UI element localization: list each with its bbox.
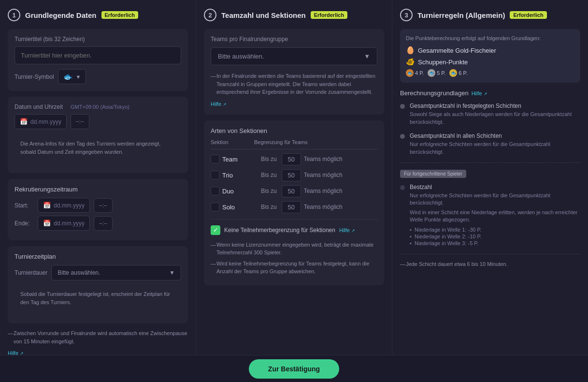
bottom-bar: Zur Bestätigung <box>0 355 588 382</box>
section-name-trio: Trio <box>222 172 256 179</box>
bestzahl-desc-1: Nur erfolgreiche Schichten werden für di… <box>410 192 580 207</box>
finalrunde-info: In der Finalrunde werden die Teams basie… <box>211 72 377 96</box>
ext-link-icon-2: ↗ <box>223 102 227 107</box>
bis-zu-duo: Bis zu <box>261 188 277 194</box>
checkbox-team[interactable] <box>211 155 219 163</box>
bis-zu-trio: Bis zu <box>261 172 277 178</box>
rule-2-desc: Nur erfolgreiche Schichten werden für di… <box>410 141 580 156</box>
col1-title: Grundlegende Daten <box>25 11 97 19</box>
team-num-input[interactable] <box>282 153 301 165</box>
turniertitel-input[interactable] <box>14 46 181 64</box>
rule-2-content: Gesamtpunktzahl in allen Schichten Nur e… <box>410 132 580 156</box>
hint2: Wird keine Teilnehmerbegrenzung für Team… <box>211 260 377 276</box>
dauer-select[interactable]: Bitte auswählen. ▼ <box>51 265 181 280</box>
step-circle-1: 1 <box>8 9 20 21</box>
col3-badge: Erforderlich <box>510 11 546 19</box>
no-limit-label: Keine Teilnehmerbegrenzung für Sektionen <box>224 227 335 234</box>
pause-info-area: Zwischen Vorrunde und Finalrunde wird au… <box>8 329 188 357</box>
section-name-solo: Solo <box>222 204 256 211</box>
trio-num-input[interactable] <box>282 169 301 181</box>
bronze-pts: 4 P. <box>415 70 424 76</box>
schuppen-label: Schuppen-Punkte <box>418 59 468 66</box>
symbol-icon: 🐟 <box>63 72 73 81</box>
arena-info: Die Arena-Infos für den Tag des Turniers… <box>14 134 181 162</box>
datetime-section: Datum und Uhrzeit GMT+09:00 (Asia/Tokyo)… <box>8 97 188 173</box>
teams-dropdown[interactable]: Bitte auswählen. ▼ <box>211 47 377 65</box>
solo-label: Teams möglich <box>304 204 343 210</box>
silver-dot: 🐟 <box>428 69 435 77</box>
no-limit-checkbox[interactable]: ✓ <box>211 225 220 235</box>
col-sektion: Sektion <box>211 139 254 145</box>
rule-1-title: Gesamtpunktzahl in festgelegten Schichte… <box>410 103 580 109</box>
bullet-welle-1: Niederlage in Welle 1: -30 P. <box>410 227 580 233</box>
bestzahl-rule: Bestzahl Nur erfolgreiche Schichten werd… <box>400 184 580 247</box>
end-label: Ende: <box>14 220 34 227</box>
teams-label: Teams pro Finalrundengruppe <box>211 36 377 43</box>
end-row: Ende: 📅 dd.mm.yyyy –:– <box>14 216 181 231</box>
bullet-welle-3: Niederlage in Welle 3: -5 P. <box>410 240 580 246</box>
berechn-header-row: Berechnungsgrundlagen Hilfe ↗ <box>400 89 580 97</box>
symbol-selector[interactable]: 🐟 ▼ <box>58 69 86 84</box>
checkbox-duo[interactable] <box>211 187 219 195</box>
date-placeholder: dd.mm.yyyy <box>30 118 61 125</box>
start-calendar-icon: 📅 <box>43 202 51 209</box>
bestzahl-desc-2: Wird in einer Schicht eine Niederlage er… <box>410 209 580 224</box>
section-name-duo: Duo <box>222 188 256 195</box>
hilfe-link-3[interactable]: Hilfe ↗ <box>339 227 355 233</box>
divider-3 <box>400 254 580 254</box>
step-circle-3: 3 <box>400 9 413 21</box>
confirm-button[interactable]: Zur Bestätigung <box>249 359 339 379</box>
dauer-placeholder: Bitte auswählen. <box>57 269 100 276</box>
sektionen-title: Arten von Sektionen <box>211 127 377 134</box>
pause-info: Zwischen Vorrunde und Finalrunde wird au… <box>8 329 188 345</box>
calendar-icon: 📅 <box>20 118 28 125</box>
start-date-input[interactable]: 📅 dd.mm.yyyy <box>38 198 90 213</box>
checkbox-trio[interactable] <box>211 171 219 179</box>
rule-2-title: Gesamtpunktzahl in allen Schichten <box>410 132 580 139</box>
section-name-team: Team <box>222 156 256 163</box>
table-header: Sektion Begrenzung für Teams <box>211 139 377 149</box>
fish-badge-silver: 🐟 5 P. <box>428 69 445 77</box>
trio-label: Teams möglich <box>304 172 343 178</box>
end-date-placeholder: dd.mm.yyyy <box>54 220 85 227</box>
bestzahl-title: Bestzahl <box>410 184 580 191</box>
gold-label: Gesammelte Gold-Fischeier <box>418 47 496 54</box>
dauer-arrow-icon: ▼ <box>169 269 175 276</box>
plan-title: Turnierzeitplan <box>14 253 181 260</box>
fish-badge-bronze: 🐟 4 P. <box>406 69 424 77</box>
duo-num-input[interactable] <box>282 185 301 197</box>
bronze-dot: 🐟 <box>406 69 414 77</box>
gold-fish-icon: 🥚 <box>406 46 415 55</box>
gold-row: 🥚 Gesammelte Gold-Fischeier <box>406 46 574 55</box>
ext-link-icon-3: ↗ <box>351 228 355 233</box>
checkbox-solo[interactable] <box>211 203 219 211</box>
start-row: Start: 📅 dd.mm.yyyy –:– <box>14 198 181 213</box>
section-row-solo: Solo Bis zu Teams möglich <box>211 201 377 213</box>
rule-dot-1 <box>400 104 405 109</box>
end-time-input[interactable]: –:– <box>94 216 113 231</box>
date-input[interactable]: 📅 dd.mm.yyyy <box>14 114 67 129</box>
hilfe-link-4[interactable]: Hilfe ↗ <box>472 90 488 96</box>
teams-finalrunde-section: Teams pro Finalrundengruppe Bitte auswäh… <box>204 29 384 115</box>
start-time-input[interactable]: –:– <box>94 198 113 213</box>
ext-link-icon-4: ↗ <box>484 91 488 96</box>
start-date-placeholder: dd.mm.yyyy <box>54 202 85 209</box>
rule-dot-2 <box>400 134 405 139</box>
bestzahl-content: Bestzahl Nur erfolgreiche Schichten werd… <box>410 184 580 247</box>
dauer-row: Turnierdauer Bitte auswählen. ▼ <box>14 265 181 280</box>
start-label: Start: <box>14 202 34 209</box>
end-date-input[interactable]: 📅 dd.mm.yyyy <box>38 216 90 231</box>
col3-title: Turnierregeln (Allgemein) <box>417 11 505 19</box>
points-intro: Die Punkteberechnung erfolgt auf folgend… <box>406 35 574 42</box>
schicht-info: Jede Schicht dauert etwa 6 bis 10 Minute… <box>400 260 580 268</box>
step-circle-2: 2 <box>204 9 216 21</box>
rule-2: Gesamtpunktzahl in allen Schichten Nur e… <box>400 132 580 156</box>
hilfe-link-2[interactable]: Hilfe ↗ <box>211 101 227 107</box>
plan-info: Sobald die Turnierdauer festgelegt ist, … <box>14 284 181 312</box>
solo-num-input[interactable] <box>282 201 301 213</box>
dauer-label: Turnierdauer <box>14 269 47 276</box>
symbol-row: Turnier-Symbol 🐟 ▼ <box>14 69 181 84</box>
turniertitel-label: Turniertitel (bis 32 Zeichen) <box>14 36 181 43</box>
col-begrenzung: Begrenzung für Teams <box>254 139 377 145</box>
time-input[interactable]: –:– <box>71 114 89 129</box>
